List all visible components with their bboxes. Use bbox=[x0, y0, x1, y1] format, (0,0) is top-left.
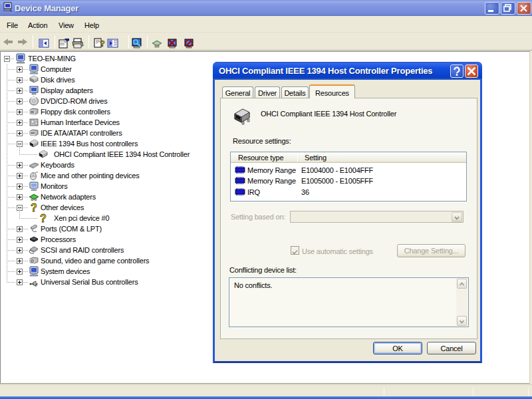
svg-text:?: ? bbox=[31, 202, 37, 213]
svg-text:?: ? bbox=[100, 39, 105, 49]
svg-text:?: ? bbox=[40, 213, 47, 223]
